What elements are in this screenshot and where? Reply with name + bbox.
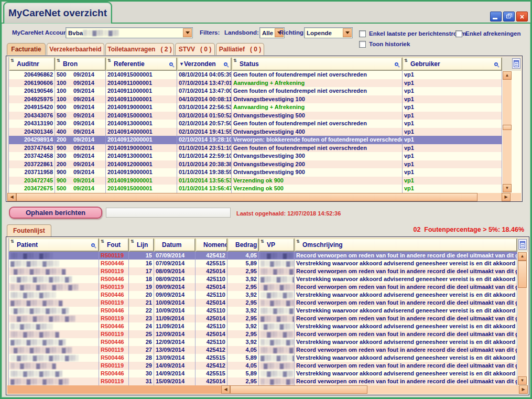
scroll-thumb[interactable] — [503, 125, 512, 130]
column-header-datum[interactable]: Datum — [154, 238, 196, 252]
scroll-up-button[interactable]: ▲ — [503, 71, 512, 80]
cell-nomencl: 425110 — [196, 307, 227, 315]
message-row[interactable]: 20347274590009/20142014091900000101/10/2… — [7, 177, 502, 185]
scroll-down-button[interactable]: ▼ — [518, 376, 527, 385]
cell-gebruiker: vp1 — [403, 120, 502, 128]
grid-export-button[interactable] — [518, 239, 527, 250]
tab-toiletaanvragen[interactable]: Toiletaanvragen ( 2 ) — [105, 43, 174, 55]
cell-verzonden: 07/10/2014 13:47:00 — [177, 87, 232, 95]
chevron-down-icon[interactable] — [343, 28, 352, 37]
tab-verzekerbaarheid[interactable]: Verzekerbaarheid — [47, 43, 104, 55]
error-row[interactable]: ▒░░▓▒▒░░▓▒▒░░▓▒▒░░▓▒▒R5001191909/09/2014… — [7, 283, 517, 291]
minimize-button[interactable] — [490, 12, 502, 21]
scroll-track[interactable] — [367, 385, 519, 394]
message-row[interactable]: 20491542090009/20142014091900000103/10/2… — [7, 103, 502, 112]
scroll-track[interactable] — [503, 130, 512, 184]
column-header-status[interactable]: ⇅Status — [232, 57, 403, 71]
message-row[interactable]: 20371195890009/20142014091900000101/10/2… — [7, 168, 502, 177]
column-header-fout[interactable]: ⇅Fout — [99, 238, 129, 252]
message-row[interactable]: 20372286120009/20142014091200000101/10/2… — [7, 160, 502, 169]
scroll-thumb[interactable] — [518, 261, 527, 288]
message-row[interactable]: 20492597510009/20142014091100000104/10/2… — [7, 95, 502, 104]
scroll-track[interactable] — [477, 193, 502, 201]
error-row[interactable]: ▓▒▒░░▓▒▒░░▓▒▒░░▓▒▒R5001193115/09/2014425… — [7, 378, 517, 385]
bron-periode: 09/2014 — [73, 96, 94, 102]
account-combobox[interactable]: Bvba ▒░░▓▒▒░░▓▒▒ — [66, 27, 193, 38]
column-header-verzonden[interactable]: ▼Verzonden — [177, 57, 232, 71]
message-row[interactable]: 20619054610009/20142014091100000107/10/2… — [7, 87, 502, 95]
message-row[interactable]: 20429891420009/20142014091200000102/10/2… — [7, 136, 502, 144]
checkbox-enkel-laatste[interactable] — [359, 30, 366, 37]
horizontal-scrollbar[interactable]: ◀▶ — [7, 193, 521, 201]
ophalen-berichten-button[interactable]: Ophalen berichten — [9, 207, 102, 219]
column-header-nomencl[interactable]: Nomencl. — [196, 238, 227, 252]
message-row[interactable]: 20619060610009/20142014091100000107/10/2… — [7, 79, 502, 88]
tab-palliatief[interactable]: Palliatief ( 0 ) — [216, 43, 264, 55]
vertical-scrollbar[interactable]: ▲▼ — [517, 252, 528, 385]
tab-facturatie[interactable]: Facturatie — [7, 43, 46, 55]
column-header-auditnr[interactable]: ⇅Auditnr — [9, 57, 55, 71]
error-row[interactable]: ░░▓▒▒░░▓▒▒░░▓▒▒░░▓▒▒R5001192311/09/20144… — [7, 315, 517, 322]
error-row[interactable]: ▒░░▓▒▒░░▓▒▒░░▓R5001192914/09/20144254124… — [7, 362, 517, 370]
column-header-label: Auditnr — [17, 60, 39, 68]
tab-stvv[interactable]: STVV ( 0 ) — [175, 43, 215, 55]
error-row[interactable]: ▓▒▒░░▓▒▒░░▓▒▒░░▓R5001192110/09/201442501… — [7, 299, 517, 307]
error-row[interactable]: ▒▒░░▓▒▒░░▓▒▒░░▓R5001192512/09/2014425014… — [7, 330, 517, 338]
cell-lijn: 17 — [129, 267, 154, 275]
message-row[interactable]: 20374245830009/20142014091300000101/10/2… — [7, 152, 502, 160]
message-row[interactable]: 20374764390009/20142014091900000101/10/2… — [7, 144, 502, 153]
scroll-left-button[interactable]: ◀ — [7, 193, 16, 201]
column-header-lijn[interactable]: ⇅Lijn — [129, 238, 154, 252]
cell-auditnr: 203472745 — [9, 177, 55, 185]
cell-referentie: 20140915000001 — [106, 185, 177, 193]
scroll-track[interactable] — [518, 288, 527, 376]
scroll-right-button[interactable]: ▶ — [519, 385, 528, 394]
richting-combobox[interactable]: Lopende — [304, 27, 353, 38]
message-row[interactable]: 20431319030009/20142014091300000102/10/2… — [7, 120, 502, 128]
column-header-bron[interactable]: ⇅Bron — [55, 57, 106, 71]
error-row[interactable]: ░▓▒▒░░▓▒▒░░▓▒▒░░▓▒R5004462210/09/2014425… — [7, 307, 517, 315]
scroll-right-button[interactable]: ▶ — [502, 193, 511, 201]
error-row[interactable]: ░░▓▒▒░░▓▒▒░░▓▒▒░░▓▒R5004461808/09/201442… — [7, 275, 517, 283]
cell-lijn: 30 — [129, 370, 154, 378]
message-row[interactable]: 20347267550009/20142014091500000101/10/2… — [7, 185, 502, 193]
error-row[interactable]: ▒░░▓▒▒░░▓▒▒░░R5004462411/09/20144251103,… — [7, 322, 517, 330]
error-row[interactable]: ▒▒░░▓▒▒░░▓▒▒░░R5004462009/09/20144251103… — [7, 291, 517, 299]
cell-referentie: 20140911000001 — [106, 95, 177, 104]
error-row[interactable]: ▓▒▒░░▓▒▒░░▓▒▒░░▓▒R5004462612/09/20144251… — [7, 338, 517, 346]
error-row[interactable]: ▒▒░░▓▒▒░░▓▒▒░░▓▒R5004463014/09/201442551… — [7, 370, 517, 378]
column-header-gebruiker[interactable]: ⇅Gebruiker — [403, 57, 502, 71]
message-row[interactable]: 20430134640009/20142014091400000102/10/2… — [7, 128, 502, 136]
grid-export-button[interactable] — [512, 58, 520, 69]
error-row[interactable]: ▓▒▒░░▓▒▒░░▓▒▒░░R5004461607/09/2014425515… — [7, 260, 517, 267]
error-row[interactable]: ░▓▒▒░░▓▒▒░░▓▒▒░░▓▒▒R5001192713/09/201442… — [7, 346, 517, 354]
cell-lijn: 22 — [129, 307, 154, 315]
column-header-bedrag[interactable]: Bedrag — [227, 238, 259, 252]
vertical-scrollbar[interactable]: ▲▼ — [502, 71, 513, 193]
horizontal-scrollbar[interactable]: ◀▶ — [7, 385, 528, 394]
scroll-left-button[interactable]: ◀ — [221, 385, 230, 394]
cell-omschrijving: Record verworpen om reden van fout in an… — [295, 378, 517, 385]
error-row[interactable]: ▒▒░░▓▒▒░░▓▒▒░R5001191507/09/20144254124,… — [7, 252, 517, 260]
scroll-down-button[interactable]: ▼ — [503, 184, 512, 192]
restore-button[interactable] — [503, 12, 515, 21]
checkbox-enkel-afrekeningen[interactable] — [455, 30, 462, 37]
tab-foutenlijst[interactable]: Foutenlijst — [7, 224, 51, 236]
column-header-omschrijving[interactable]: ⇅Omschrijving — [295, 238, 517, 252]
scroll-track[interactable] — [503, 80, 512, 125]
message-row[interactable]: 20649686250009/20142014091500000108/10/2… — [7, 71, 502, 79]
column-header-referentie[interactable]: ⇅Referentie — [106, 57, 177, 71]
close-button[interactable]: × — [516, 12, 528, 21]
scroll-up-button[interactable]: ▲ — [518, 252, 527, 261]
column-header-patient[interactable]: ⇅Patient — [9, 238, 99, 252]
scroll-track[interactable] — [7, 385, 221, 394]
scroll-thumb[interactable] — [16, 193, 477, 201]
checkbox-toon-historiek[interactable] — [359, 41, 366, 48]
message-row[interactable]: 20434307650009/20142014091500000103/10/2… — [7, 112, 502, 120]
scroll-thumb[interactable] — [230, 385, 367, 394]
error-row[interactable]: ░▓▒▒░░▓▒▒░░▓▒▒░░▓R5001191708/09/20144250… — [7, 267, 517, 275]
chevron-down-icon[interactable] — [183, 28, 192, 37]
column-header-vp[interactable]: ⇅VP — [259, 238, 295, 252]
error-row[interactable]: ░░▓▒▒░░▓▒▒░░▓▒▒░░▓▒▒░R5004462813/09/2014… — [7, 354, 517, 362]
cell-gebruiker: vp1 — [403, 177, 502, 185]
